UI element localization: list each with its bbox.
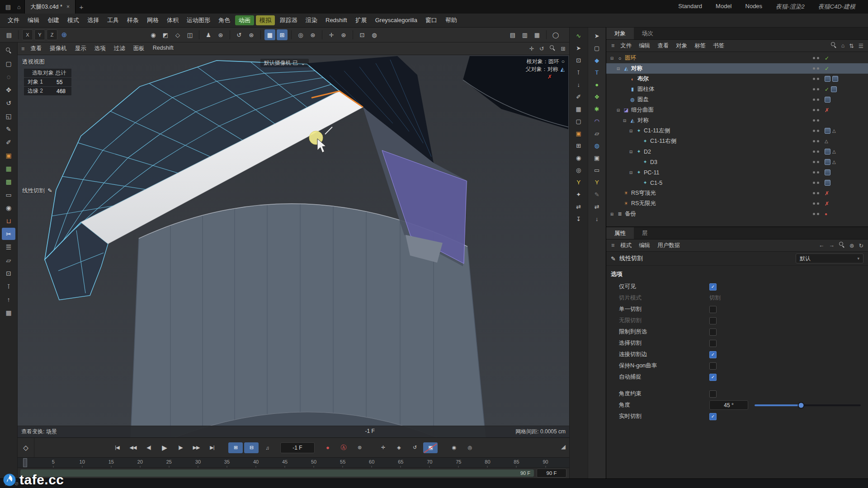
home-icon[interactable]: ⌂ (841, 42, 845, 49)
maximize-view-icon[interactable]: ⊞ (561, 45, 566, 52)
viewport-menu-查看[interactable]: 查看 (26, 45, 46, 52)
layout-夜猫-渲染2[interactable]: 夜猫-渲染2 (776, 3, 805, 11)
visibility-dots[interactable] (813, 213, 819, 215)
checkbox[interactable] (709, 317, 717, 324)
axis-y-button[interactable]: Y (34, 29, 45, 40)
orbit-view-icon[interactable]: ↺ (539, 45, 544, 52)
tab-layers[interactable]: 层 (634, 227, 656, 239)
visibility-dots[interactable] (813, 140, 819, 142)
tree-item-对称[interactable]: ⊟◭对称✓ (606, 63, 868, 74)
tool-icon[interactable]: ◯ (550, 29, 561, 40)
angle-slider[interactable] (755, 404, 861, 406)
expand-icon[interactable]: ⊟ (615, 108, 621, 113)
range-end-field[interactable]: 90 F (537, 469, 566, 478)
tool-icon[interactable]: ◎ (462, 442, 477, 453)
layout-Nodes[interactable]: Nodes (745, 3, 763, 11)
tree-item-PC-11[interactable]: ⊟✦PC-11 (606, 167, 868, 178)
tool-icon[interactable]: ▱ (590, 127, 604, 139)
visibility-dots[interactable] (813, 161, 819, 163)
am-menu-编辑[interactable]: 编辑 (635, 242, 654, 249)
pg-badge[interactable] (825, 180, 830, 186)
tool-icon[interactable]: ◩ (160, 29, 171, 40)
tool-icon[interactable]: ↧ (571, 213, 586, 225)
visibility-dots[interactable] (813, 202, 819, 205)
menu-扩展[interactable]: 扩展 (351, 14, 371, 27)
visibility-dots[interactable] (813, 57, 819, 59)
pg-badge[interactable] (825, 149, 830, 155)
tool-icon[interactable]: ⊺ (571, 66, 586, 78)
visibility-dots[interactable] (813, 171, 819, 174)
pg-badge[interactable] (825, 159, 830, 165)
tool-icon[interactable]: ◎ (295, 29, 306, 40)
tab-attributes[interactable]: 属性 (606, 227, 634, 239)
tool-icon[interactable]: ✐ (571, 91, 586, 103)
tree-item-C1-11左侧[interactable]: ⊟✦C1-11左侧△ (606, 126, 868, 136)
timeline-ruler[interactable]: 51015202530354045505560657075808590 (18, 457, 569, 468)
tree-item-RS无限光[interactable]: ☀RS无限光✗ (606, 198, 868, 209)
tree-item-备份[interactable]: ⊞≣备份● (606, 209, 868, 219)
check-badge[interactable]: ✓ (825, 55, 829, 61)
list-tool[interactable]: ☰ (2, 241, 15, 253)
layout-Standard[interactable]: Standard (678, 3, 702, 11)
am-menu-用户数据[interactable]: 用户数据 (654, 242, 684, 249)
panel-menu-icon[interactable]: ≡ (609, 42, 617, 49)
tree-item-布尔[interactable]: ◐布尔 (606, 74, 868, 84)
pg-badge[interactable] (825, 128, 830, 134)
expand-icon[interactable]: ⊟ (609, 56, 615, 61)
tool-icon[interactable]: ● (321, 442, 335, 453)
tool-icon[interactable]: ⊛ (338, 29, 349, 40)
tree-item-对称[interactable]: ⊟◭对称 (606, 115, 868, 126)
menu-选择[interactable]: 选择 (83, 14, 103, 27)
tool-icon[interactable]: ▦ (264, 29, 275, 40)
menu-样条[interactable]: 样条 (123, 14, 143, 27)
tree-item-C1-11右侧[interactable]: ✦C1-11右侧△ (606, 136, 868, 146)
tool-icon[interactable]: ◆ (590, 54, 604, 66)
tri-badge[interactable]: △ (832, 160, 836, 164)
tool-icon[interactable]: ● (590, 79, 604, 90)
tool-icon[interactable]: ◀◀ (126, 442, 140, 453)
search-icon[interactable] (839, 242, 845, 249)
pan-view-icon[interactable]: ✛ (529, 45, 534, 52)
points-tool[interactable]: ⊡ (2, 267, 15, 279)
tool-icon[interactable]: ✛ (376, 442, 390, 453)
visibility-dots[interactable] (813, 88, 819, 90)
pg-badge[interactable] (832, 76, 838, 82)
layout-夜猫C4D-建模[interactable]: 夜猫C4D-建模 (818, 3, 855, 11)
checkbox[interactable] (709, 306, 717, 313)
visibility-dots[interactable] (813, 78, 819, 80)
gear-icon[interactable]: ⊛ (849, 242, 854, 249)
tool-icon[interactable]: T (590, 66, 604, 78)
menu-运动图形[interactable]: 运动图形 (183, 14, 214, 27)
tool-icon[interactable]: ▶| (205, 442, 219, 453)
menu-渲染[interactable]: 渲染 (302, 14, 321, 27)
expand-icon[interactable]: ⊟ (628, 170, 634, 175)
range-slider[interactable]: 90 F (20, 469, 534, 477)
tool-icon[interactable]: ▣ (590, 152, 604, 164)
tab-objects[interactable]: 对象 (606, 28, 634, 39)
tool-icon[interactable]: ▶ (157, 442, 172, 453)
tool-icon[interactable]: ▶▶ (189, 442, 203, 453)
box-select-tool[interactable]: ▢ (2, 57, 15, 70)
checkbox[interactable]: ✓ (709, 351, 717, 358)
preset-dropdown[interactable]: 默认 ▾ (796, 253, 863, 263)
current-frame-field[interactable]: -1 F (280, 442, 315, 453)
tool-icon[interactable]: ✱ (590, 103, 604, 115)
frame-tool[interactable]: ▭ (2, 188, 15, 201)
tool-icon[interactable]: Ⓐ (336, 442, 351, 453)
workplane-tool[interactable]: ▣ (2, 149, 15, 161)
view-label[interactable]: 透视视图 (22, 58, 45, 66)
tool-icon[interactable]: ∿ (571, 30, 586, 42)
live-select-tool[interactable]: ◌ (2, 70, 15, 83)
tool-icon[interactable]: ▢ (590, 42, 604, 54)
viewport-menu-Redshift[interactable]: Redshift (149, 45, 178, 52)
menu-跟踪器[interactable]: 跟踪器 (276, 14, 302, 27)
tool-icon[interactable]: ▭ (590, 164, 604, 176)
viewport-menu-选项[interactable]: 选项 (90, 45, 110, 52)
tool-icon[interactable]: ➤ (571, 42, 586, 54)
panel-menu-icon[interactable]: ≡ (609, 242, 617, 249)
camera-hint[interactable]: 默认摄像机 已 ⌄ (260, 59, 309, 67)
menu-创建[interactable]: 创建 (43, 14, 63, 27)
tool-icon[interactable]: ⊞ (571, 140, 586, 151)
checkbox[interactable] (709, 362, 717, 370)
tool-icon[interactable]: ♫ (260, 442, 274, 453)
